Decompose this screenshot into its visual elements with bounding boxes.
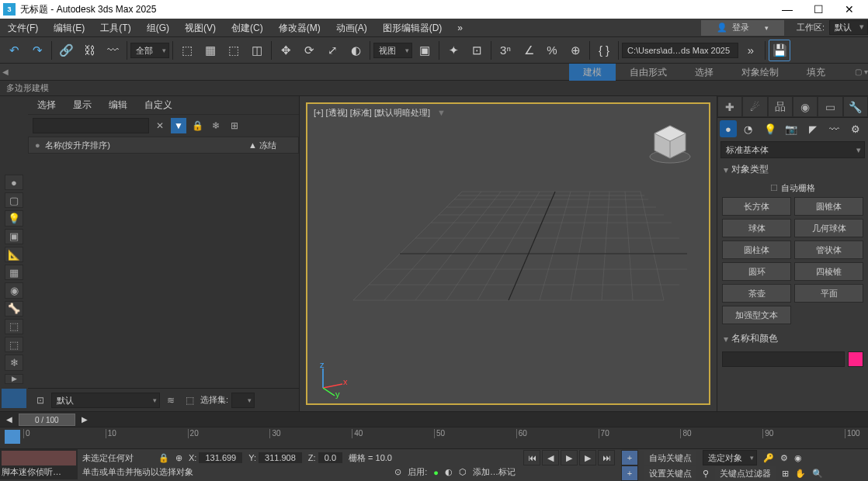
viewcube[interactable] xyxy=(647,119,693,166)
ltool-sys[interactable]: ◉ xyxy=(5,282,23,298)
ltool-helper[interactable]: 📐 xyxy=(5,247,23,262)
menu-view[interactable]: 视图(V) xyxy=(177,19,224,37)
minimize-button[interactable]: — xyxy=(772,0,803,19)
refcoord-select[interactable]: 视图 xyxy=(373,43,412,58)
geom-category-select[interactable]: 标准基本体 xyxy=(720,141,865,158)
nav-icon2[interactable]: ✋ xyxy=(795,469,806,479)
key-icon1[interactable]: 🔑 xyxy=(763,453,774,463)
btn-plane[interactable]: 平面 xyxy=(794,284,863,303)
menu-graph[interactable]: 图形编辑器(D) xyxy=(375,19,450,37)
menu-edit[interactable]: 编辑(E) xyxy=(46,19,92,37)
key-plus2[interactable]: + xyxy=(621,465,638,481)
scene-lock-icon[interactable]: 🔒 xyxy=(189,118,205,133)
keymode-select[interactable]: 选定对象 xyxy=(703,450,757,465)
ltool-camera[interactable]: ▣ xyxy=(5,229,23,244)
bind-button[interactable]: 〰 xyxy=(102,40,123,61)
cube-icon[interactable]: ⬡ xyxy=(459,467,467,477)
save-button[interactable]: 💾 xyxy=(769,40,790,61)
cat-geom[interactable]: ● xyxy=(720,120,737,137)
scene-btn1[interactable]: ≋ xyxy=(163,393,179,408)
close-button[interactable]: ✕ xyxy=(834,0,865,19)
scene-layer-select[interactable]: 默认 xyxy=(51,393,160,408)
ltool-box[interactable]: ▢ xyxy=(5,192,23,208)
path-box[interactable]: C:\Users\ad…ds Max 2025 ▾ xyxy=(622,43,738,58)
goto-end[interactable]: ⏭ xyxy=(598,450,615,465)
lock-icon[interactable]: 🔒 xyxy=(158,453,169,463)
ltool-handle[interactable] xyxy=(2,389,26,408)
menu-group[interactable]: 组(G) xyxy=(139,19,177,37)
btn-teapot[interactable]: 茶壶 xyxy=(722,284,791,303)
named-sel-button[interactable]: { } xyxy=(593,40,615,61)
btn-textplus[interactable]: 加强型文本 xyxy=(722,306,791,324)
keyfilter-btn[interactable]: 关键点过滤器 xyxy=(715,466,776,481)
time-handle[interactable]: 0 / 100 xyxy=(19,414,75,426)
autokey-btn[interactable]: 自动关键点 xyxy=(644,451,696,465)
goto-start[interactable]: ⏮ xyxy=(523,450,540,465)
script-listener[interactable]: 脚本迷你侦听… xyxy=(0,449,78,479)
menu-create[interactable]: 创建(C) xyxy=(224,19,271,37)
btn-pyramid[interactable]: 四棱锥 xyxy=(794,262,863,281)
ltool-sphere[interactable]: ● xyxy=(5,175,23,190)
scene-tab-edit[interactable]: 编辑 xyxy=(106,97,130,113)
menu-file[interactable]: 文件(F) xyxy=(0,19,46,37)
cmdtab-modify[interactable]: ☄ xyxy=(742,96,767,117)
move-button[interactable]: ✥ xyxy=(275,40,297,61)
select-name-button[interactable]: ▦ xyxy=(200,40,221,61)
scene-header[interactable]: ● 名称(按升序排序) ▲ 冻结 xyxy=(28,137,299,154)
maximize-button[interactable]: ☐ xyxy=(803,0,834,19)
ltool-light[interactable]: 💡 xyxy=(5,210,23,226)
btn-cylinder[interactable]: 圆柱体 xyxy=(722,240,791,259)
ribbon-expand-icon[interactable]: ▢ ▾ xyxy=(855,67,868,76)
obj-color-swatch[interactable] xyxy=(848,351,863,367)
ribbon-tab-select[interactable]: 选择 xyxy=(681,64,727,81)
rollout-objtype[interactable]: 对象类型 xyxy=(717,160,868,179)
ltool-expand[interactable]: ▶ xyxy=(5,374,23,385)
ribbon-tab-model[interactable]: 建模 xyxy=(569,64,616,81)
frame-marker[interactable] xyxy=(5,430,20,444)
cat-camera[interactable]: 📷 xyxy=(780,123,802,135)
scene-btn2[interactable]: ⬚ xyxy=(182,393,197,408)
unlink-button[interactable]: ⛓ xyxy=(78,40,100,61)
menu-modifier[interactable]: 修改器(M) xyxy=(271,19,328,37)
filter-icon[interactable]: ▼ xyxy=(437,108,446,117)
loop-icon[interactable]: ◐ xyxy=(445,467,453,477)
ribbon-tab-fill[interactable]: 填充 xyxy=(793,64,839,81)
menu-more[interactable]: » xyxy=(450,19,470,37)
scene-filter-icon[interactable]: ▼ xyxy=(171,118,186,133)
ribbon-tab-objpaint[interactable]: 对象绘制 xyxy=(727,64,793,81)
ltool-misc3[interactable]: ❄ xyxy=(5,355,23,370)
cat-shape[interactable]: ◔ xyxy=(738,123,759,135)
scene-search-input[interactable] xyxy=(33,118,149,133)
btn-geosphere[interactable]: 几何球体 xyxy=(794,219,863,237)
scene-freeze-icon[interactable]: ❄ xyxy=(208,118,224,133)
scene-layer-icon[interactable]: ⊡ xyxy=(33,393,48,408)
workspace-select[interactable]: 默认 xyxy=(829,20,868,35)
time-ruler[interactable]: 0102030405060708090100 xyxy=(0,427,868,448)
cmdtab-util[interactable]: 🔧 xyxy=(843,96,868,117)
keymode-button[interactable]: ⊡ xyxy=(466,40,488,61)
scene-clear-icon[interactable]: ✕ xyxy=(152,118,168,133)
link-button[interactable]: 🔗 xyxy=(55,40,77,61)
cmdtab-hierarchy[interactable]: 品 xyxy=(768,96,793,117)
scene-tab-custom[interactable]: 自定义 xyxy=(141,97,175,113)
nav-icon1[interactable]: ⊞ xyxy=(782,469,789,479)
pivot-button[interactable]: ▣ xyxy=(414,40,436,61)
btn-tube[interactable]: 管状体 xyxy=(794,240,863,259)
redo-button[interactable]: ↷ xyxy=(26,40,48,61)
add-marker[interactable]: 添加…标记 xyxy=(473,466,516,478)
cmdtab-create[interactable]: ✚ xyxy=(717,96,742,117)
time-slider[interactable]: ◀ 0 / 100 ▶ xyxy=(0,411,868,427)
filter-icon2[interactable]: ⚲ xyxy=(703,469,709,479)
cmdtab-display[interactable]: ▭ xyxy=(818,96,842,117)
btn-sphere[interactable]: 球体 xyxy=(722,219,791,237)
menu-tools[interactable]: 工具(T) xyxy=(92,19,138,37)
ribbon-arrow[interactable]: ◀ xyxy=(0,65,11,79)
scene-tab-select[interactable]: 选择 xyxy=(34,97,59,113)
scene-add-icon[interactable]: ⊞ xyxy=(227,118,242,133)
cat-spacewarp[interactable]: 〰 xyxy=(824,123,845,135)
ribbon-tab-freeform[interactable]: 自由形式 xyxy=(616,64,681,81)
spinner-snap-button[interactable]: ⊕ xyxy=(564,40,586,61)
manip-button[interactable]: ✦ xyxy=(443,40,464,61)
prev-frame[interactable]: ◀ xyxy=(542,450,559,465)
scene-selset[interactable] xyxy=(231,393,255,408)
